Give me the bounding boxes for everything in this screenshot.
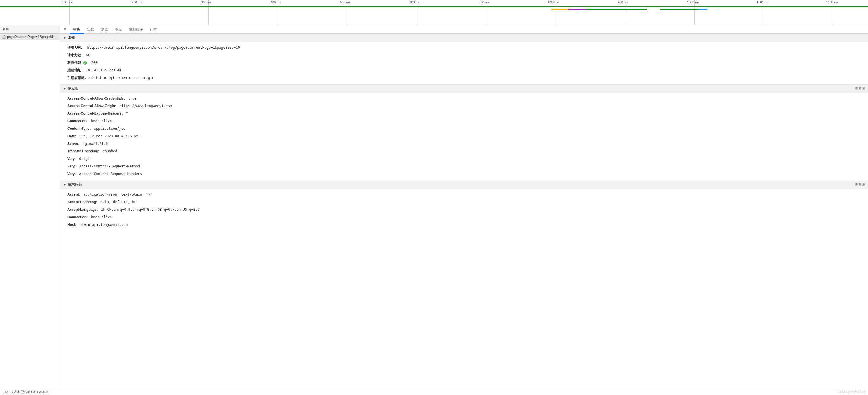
header-row: Access-Control-Allow-Credentials: true [67, 95, 868, 102]
header-key: 引用者策略: [67, 76, 86, 80]
timeline-tick: 500 ms [347, 0, 359, 25]
details-tabs: ✕ 标头负载预览响应发起程序计时 [60, 25, 868, 34]
section-request-title: 请求标头 [68, 183, 82, 187]
tab-payload[interactable]: 负载 [84, 25, 97, 34]
header-key: Content-Type: [67, 127, 91, 131]
header-key: Access-Control-Allow-Credentials: [67, 96, 125, 100]
header-row: Server: nginx/1.21.6 [67, 140, 868, 147]
header-value: application/json, text/plain, */* [81, 192, 153, 196]
timeline-mark [568, 9, 586, 10]
header-row: Accept-Encoding: gzip, deflate, br [67, 198, 868, 206]
file-icon [2, 35, 6, 39]
timeline-mark [586, 9, 621, 10]
header-row: Accept-Language: zh-CN,zh;q=0.9,en;q=0.8… [67, 206, 868, 213]
timeline-mark [659, 9, 699, 10]
view-source-request[interactable]: 查看源 [855, 182, 865, 187]
header-value: Access-Control-Request-Headers [77, 172, 142, 176]
header-value: keep-alive [89, 119, 112, 123]
header-row: Content-Type: application/json [67, 125, 868, 132]
timeline-tick: 1000 ms [694, 0, 708, 25]
header-key: 请求方法: [67, 53, 83, 57]
header-value: gzip, deflate, br [98, 200, 136, 204]
request-list[interactable]: page?currentPage=1&pageSiz... [0, 34, 60, 389]
header-key: Host: [67, 223, 76, 227]
section-response-header[interactable]: ▼响应头 查看源 [60, 85, 868, 93]
timeline-mark [699, 9, 708, 10]
tab-headers[interactable]: 标头 [70, 25, 84, 34]
header-key: Accept-Language: [67, 207, 98, 211]
view-source-response[interactable]: 查看源 [855, 86, 865, 91]
header-key: 远程地址: [67, 68, 83, 72]
section-general-header[interactable]: ▼常规 [60, 34, 868, 42]
header-value: chunked [100, 149, 117, 153]
request-header-rows: Accept: application/json, text/plain, */… [60, 189, 868, 231]
header-value: true [126, 96, 136, 100]
headers-content[interactable]: ▼常规 请求 URL: https://erwin-api.fengwenyi.… [60, 34, 868, 389]
header-key: Connection: [67, 215, 88, 219]
section-request-header[interactable]: ▼请求标头 查看源 [60, 180, 868, 189]
chevron-down-icon: ▼ [63, 183, 66, 186]
timeline-tick: 600 ms [416, 0, 429, 25]
header-row: 请求方法: GET [67, 52, 868, 59]
header-row: Vary: Access-Control-Request-Method [67, 163, 868, 170]
status-ok-icon [83, 61, 87, 65]
header-key: Access-Control-Expose-Headers: [67, 111, 123, 116]
timeline-tick: 300 ms [209, 0, 220, 25]
tab-preview[interactable]: 预览 [97, 25, 112, 34]
header-value: Access-Control-Request-Method [77, 164, 140, 168]
header-value: keep-alive [89, 215, 112, 219]
tab-response[interactable]: 响应 [112, 25, 125, 34]
header-value: application/json [92, 127, 127, 131]
header-value: https://erwin-api.fengwenyi.com/erwin/bl… [85, 45, 240, 50]
header-value: 101.43.154.223:443 [84, 68, 123, 72]
header-row: Connection: keep-alive [67, 213, 868, 221]
header-value: erwin-api.fengwenyi.com [78, 223, 128, 227]
header-value: 200 [89, 61, 97, 65]
timeline-tick: 700 ms [486, 0, 498, 25]
timeline-ruler: 100 ms200 ms300 ms400 ms500 ms600 ms700 … [0, 0, 868, 6]
timeline-tick: 400 ms [278, 0, 290, 25]
tab-timing[interactable]: 计时 [146, 25, 160, 34]
header-value: * [124, 111, 128, 116]
request-details-panel: ✕ 标头负载预览响应发起程序计时 ▼常规 请求 URL: https://erw… [60, 25, 868, 389]
close-icon[interactable]: ✕ [60, 27, 70, 32]
timeline-overview[interactable]: 100 ms200 ms300 ms400 ms500 ms600 ms700 … [0, 0, 868, 25]
header-key: Access-Control-Allow-Origin: [67, 104, 116, 108]
request-list-header: 名称 [0, 25, 60, 34]
timeline-tick: 200 ms [139, 0, 151, 25]
timeline-tick: 900 ms [625, 0, 637, 25]
header-key: Vary: [67, 164, 76, 168]
timeline-tick: 1200 ms [833, 0, 847, 25]
header-key: Connection: [67, 119, 88, 123]
header-row: Connection: keep-alive [67, 117, 868, 125]
chevron-down-icon: ▼ [63, 36, 66, 39]
tab-initiator[interactable]: 发起程序 [125, 25, 146, 34]
header-key: 状态代码: [67, 61, 83, 65]
header-value: https://www.fengwenyi.com [117, 104, 172, 108]
header-value: nginx/1.21.6 [81, 142, 108, 146]
timeline-tick: 100 ms [69, 0, 81, 25]
header-row: Vary: Origin [67, 155, 868, 163]
header-row: 远程地址: 101.43.154.223:443 [67, 66, 868, 74]
header-key: Date: [67, 134, 76, 138]
timeline-track [0, 6, 868, 7]
section-general-title: 常规 [68, 36, 75, 40]
request-name: page?currentPage=1&pageSiz... [7, 35, 58, 39]
header-value: GET [84, 53, 92, 57]
header-key: 请求 URL: [67, 45, 84, 50]
header-row: Date: Sun, 12 Mar 2023 08:45:16 GMT [67, 132, 868, 140]
header-value: zh-CN,zh;q=0.9,en;q=0.8,en-GB;q=0.7,en-U… [99, 207, 200, 211]
header-key: Accept: [67, 192, 80, 196]
header-key: Server: [67, 142, 79, 146]
header-key: Vary: [67, 172, 76, 176]
chevron-down-icon: ▼ [63, 87, 66, 90]
header-key: Accept-Encoding: [67, 200, 97, 204]
request-list-panel: 名称 page?currentPage=1&pageSiz... [0, 25, 60, 389]
request-row[interactable]: page?currentPage=1&pageSiz... [0, 34, 60, 40]
timeline-tick: 800 ms [556, 0, 567, 25]
header-row: Accept: application/json, text/plain, */… [67, 191, 868, 198]
header-row: Vary: Access-Control-Request-Headers [67, 170, 868, 177]
general-rows: 请求 URL: https://erwin-api.fengwenyi.com/… [60, 42, 868, 85]
section-response-title: 响应头 [68, 87, 79, 91]
header-row: Transfer-Encoding: chunked [67, 147, 868, 155]
